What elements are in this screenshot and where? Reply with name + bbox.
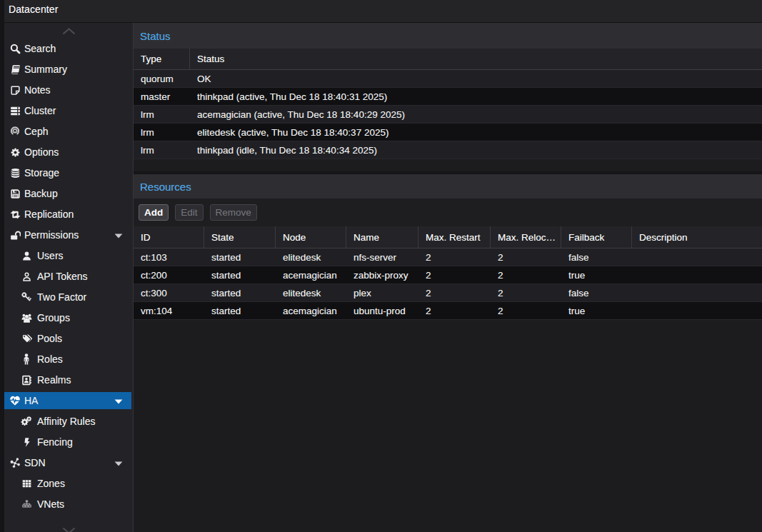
sidebar-item-api-tokens[interactable]: API Tokens [4,268,131,285]
resources_section-col-header[interactable]: ID [134,226,204,248]
table-row[interactable]: ct:300startedelitedeskplex22false [134,284,762,302]
resources_section-col-header[interactable]: Failback [561,226,632,248]
bolt-icon [21,436,32,448]
status_section-col-header[interactable]: Type [134,49,190,69]
table-cell: 2 [418,249,491,266]
table-cell: lrm [134,124,190,141]
table-cell: thinkpad (active, Thu Dec 18 18:40:31 20… [190,88,762,106]
sidebar-item-backup[interactable]: Backup [4,185,131,202]
table-cell: quorum [134,70,190,88]
sidebar-item-label: Replication [24,209,74,220]
sidebar-item-zones[interactable]: Zones [4,475,131,492]
sidebar-item-replication[interactable]: Replication [4,206,131,223]
sidebar-item-pools[interactable]: Pools [4,330,131,347]
resources_section-col-header[interactable]: Max. Reloc… [491,226,561,248]
table-row[interactable]: ct:103startedelitedesknfs-server22false [134,249,762,266]
database-icon [9,167,21,179]
sidebar-item-affinity-rules[interactable]: Affinity Rules [4,413,131,430]
table-cell [632,284,762,302]
users-icon [21,312,32,323]
remove-button[interactable]: Remove [210,204,257,221]
table-cell: started [204,284,276,302]
sidebar-item-label: Permissions [24,229,79,241]
table-cell: 2 [491,266,561,284]
sidebar-item-label: Users [37,250,64,261]
sidebar-item-label: HA [24,395,38,406]
table-cell: true [561,266,632,284]
status-section-header: Status [134,23,762,49]
status-table-body: quorumOKmasterthinkpad (active, Thu Dec … [134,70,762,159]
table-cell: master [134,88,190,106]
sidebar-item-label: Options [24,146,59,158]
sidebar-item-fencing[interactable]: Fencing [4,433,131,451]
table-row[interactable]: ct:200startedacemagicianzabbix-proxy22tr… [134,266,762,284]
table-cell: 2 [491,249,561,266]
sidebar-item-label: Zones [37,478,65,489]
sidebar-item-cluster[interactable]: Cluster [4,102,131,119]
sidebar-item-two-factor[interactable]: Two Factor [4,288,131,306]
sidebar-item-summary[interactable]: Summary [4,61,131,78]
table-cell: started [204,302,276,320]
table-cell: OK [190,70,762,88]
table-cell: ct:300 [134,284,204,302]
table-cell: started [204,266,276,284]
status-table-header: TypeStatus [134,49,762,70]
table-row[interactable]: vm:104startedacemagicianubuntu-prod22tru… [134,302,762,320]
sidebar-item-label: Cluster [24,105,56,116]
sidebar-item-realms[interactable]: Realms [4,371,131,388]
resources_section-col-header[interactable]: State [204,226,276,248]
sidebar-item-permissions[interactable]: Permissions [4,226,131,244]
resources_section-col-header[interactable]: Max. Restart [418,226,491,248]
sidebar-item-roles[interactable]: Roles [4,351,131,368]
sidebar-item-label: SDN [24,457,46,468]
table-cell [632,249,762,266]
sidebar-item-users[interactable]: Users [4,247,131,264]
add-button[interactable]: Add [139,204,169,221]
sidebar-item-vnets[interactable]: VNets [4,496,131,513]
heartbeat-icon [9,395,21,406]
edit-button[interactable]: Edit [175,204,203,221]
resources_section-col-header[interactable]: Name [346,226,418,248]
sidebar-scroll-up[interactable] [4,25,133,38]
sidebar-item-label: Ceph [24,126,48,137]
caret-down-icon[interactable] [114,461,123,466]
table-cell: elitedesk [276,249,346,266]
content-panel: Status TypeStatus quorumOKmasterthinkpad… [133,23,762,532]
gear-icon [9,146,21,158]
person-icon [21,353,32,365]
sidebar-item-label: Two Factor [37,291,86,303]
table-cell: false [561,249,632,266]
sidebar-scroll-down[interactable] [4,527,133,532]
grid-icon [21,478,32,489]
table-row[interactable]: quorumOK [134,70,762,88]
sidebar-item-search[interactable]: Search [4,40,131,57]
sidebar-item-groups[interactable]: Groups [4,309,131,326]
table-cell: ct:103 [134,249,204,266]
status-section-title: Status [140,30,171,42]
key-icon [21,291,32,303]
retweet-icon [9,209,21,220]
sidebar-item-notes[interactable]: Notes [4,81,131,99]
sidebar-item-storage[interactable]: Storage [4,164,131,181]
status_section-col-header[interactable]: Status [190,49,762,69]
sidebar-item-options[interactable]: Options [4,144,131,161]
resources_section-col-header[interactable]: Description [632,226,762,248]
table-row[interactable]: lrmelitedesk (active, Thu Dec 18 18:40:3… [134,124,762,141]
floppy-icon [9,188,21,199]
sidebar-item-label: Search [24,43,56,54]
table-row[interactable]: lrmacemagician (active, Thu Dec 18 18:40… [134,106,762,124]
table-cell: ct:200 [134,266,204,284]
table-row[interactable]: lrmthinkpad (idle, Thu Dec 18 18:40:34 2… [134,141,762,159]
sidebar-item-ceph[interactable]: Ceph [4,123,131,140]
table-cell: 2 [491,284,561,302]
table-row[interactable]: masterthinkpad (active, Thu Dec 18 18:40… [134,88,762,106]
status-table-filler [134,159,762,171]
sidebar-item-label: API Tokens [37,271,88,282]
resources_section-col-header[interactable]: Node [276,226,346,248]
caret-down-icon[interactable] [114,234,123,239]
table-cell: elitedesk [276,284,346,302]
sidebar-item-ha[interactable]: HA [4,392,131,409]
table-cell: zabbix-proxy [346,266,418,284]
sidebar-item-sdn[interactable]: SDN [4,454,131,471]
caret-down-icon[interactable] [114,399,123,404]
